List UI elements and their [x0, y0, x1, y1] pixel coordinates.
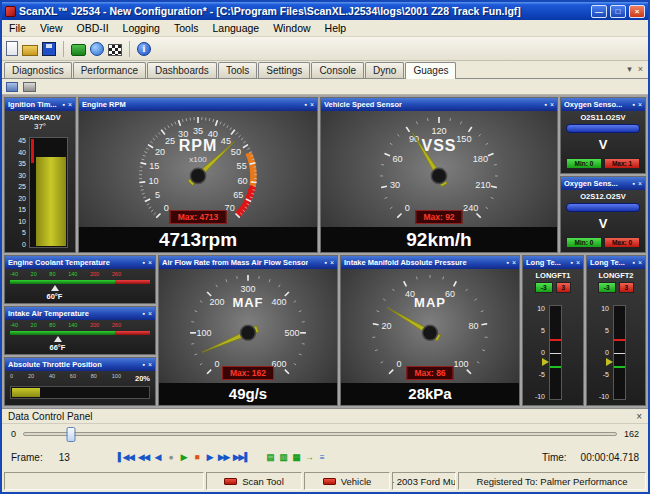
panel-close-icon[interactable]: × [550, 100, 554, 110]
menu-item-window[interactable]: Window [266, 21, 317, 35]
stop-button[interactable]: ■ [190, 450, 203, 465]
close-button[interactable]: × [629, 5, 645, 18]
panel-restore-icon[interactable]: ▪ [324, 258, 326, 268]
ignition-title-bar[interactable]: Ignition Tim... ▪× [5, 98, 75, 111]
slider-thumb[interactable] [67, 427, 76, 442]
new-file-icon[interactable] [6, 41, 18, 56]
dock-close-icon[interactable]: × [638, 64, 643, 74]
panel-close-icon[interactable]: × [330, 258, 334, 268]
max-readout: Max: 92 [415, 210, 462, 224]
panel-close-icon[interactable]: × [512, 258, 516, 268]
rpm-title-bar[interactable]: Engine RPM ▪× [79, 98, 317, 111]
o2s11-title-bar[interactable]: Oxygen Senso... ▪× [561, 98, 645, 111]
panel-close-icon[interactable]: × [148, 258, 152, 268]
panel-restore-icon[interactable]: ▪ [632, 100, 634, 110]
panel-restore-icon[interactable]: ▪ [570, 258, 572, 268]
tab-dyno[interactable]: Dyno [365, 62, 404, 78]
step-back-button[interactable]: ◀ [151, 450, 164, 465]
dcp-close-icon[interactable]: × [636, 411, 642, 422]
record-button[interactable]: ● [164, 450, 177, 465]
layout-icon[interactable] [6, 82, 18, 92]
fast-rewind-button[interactable]: ◀◀ [136, 450, 151, 465]
jump-start-button[interactable]: ▌◀◀ [116, 450, 136, 465]
panel-restore-icon[interactable]: ▪ [632, 258, 634, 268]
tab-diagnostics[interactable]: Diagnostics [4, 62, 72, 78]
menu-item-logging[interactable]: Logging [116, 21, 167, 35]
separator-1 [63, 41, 64, 57]
new-log-button[interactable]: ▤ [263, 450, 276, 465]
panel-coolant-temp: Engine Coolant Temperature ▪× -402080140… [4, 255, 156, 304]
panel-restore-icon[interactable]: ▪ [544, 100, 546, 110]
panel-close-icon[interactable]: × [68, 100, 72, 110]
panel-close-icon[interactable]: × [638, 258, 642, 268]
tick-label: 5 [593, 327, 609, 334]
minimize-button[interactable]: — [591, 5, 607, 18]
menu-item-tools[interactable]: Tools [167, 21, 206, 35]
step-forward-button[interactable]: ▶ [203, 450, 216, 465]
maximize-button[interactable]: □ [610, 5, 626, 18]
menu-item-file[interactable]: File [2, 21, 33, 35]
tab-settings[interactable]: Settings [258, 62, 310, 78]
coolant-title-bar[interactable]: Engine Coolant Temperature ▪× [5, 256, 155, 269]
panel-restore-icon[interactable]: ▪ [304, 100, 306, 110]
gauge-label: MAF [159, 295, 337, 310]
tick-label: -10 [593, 393, 609, 400]
panel-restore-icon[interactable]: ▪ [142, 309, 144, 319]
panel-restore-icon[interactable]: ▪ [142, 258, 144, 268]
tab-dashboards[interactable]: Dashboards [147, 62, 217, 78]
info-icon[interactable] [137, 42, 151, 56]
save-file-icon[interactable] [42, 42, 56, 56]
menu-item-language[interactable]: Language [205, 21, 266, 35]
separator-2 [129, 41, 130, 57]
play-button[interactable]: ▶ [177, 450, 190, 465]
log-list-button[interactable]: ≡ [315, 450, 328, 465]
tab-tools[interactable]: Tools [218, 62, 257, 78]
panel-close-icon[interactable]: × [148, 360, 152, 370]
open-log-button[interactable]: ▥ [276, 450, 289, 465]
title-bar[interactable]: ScanXL™ J2534 - New Configuration* - [C:… [2, 2, 648, 20]
flag-icon[interactable] [108, 44, 122, 56]
panel-vehicle-speed: Vehicle Speed Sensor ▪× 0306090120150180… [320, 97, 558, 253]
panel-restore-icon[interactable]: ▪ [62, 100, 64, 110]
save-log-button[interactable]: ▦ [289, 450, 302, 465]
panel-close-icon[interactable]: × [148, 309, 152, 319]
jump-end-button[interactable]: ▶▶▌ [231, 450, 251, 465]
longft2-title-bar[interactable]: Long Te... ▪× [587, 256, 645, 269]
longft1-title-bar[interactable]: Long Te... ▪× [523, 256, 583, 269]
tab-performance[interactable]: Performance [73, 62, 146, 78]
gauge-label: MAP [341, 295, 519, 310]
export-log-button[interactable]: → [302, 450, 315, 465]
tab-guages[interactable]: Guages [405, 62, 456, 79]
map-title-bar[interactable]: Intake Manifold Absolute Pressure ▪× [341, 256, 519, 269]
menu-item-help[interactable]: Help [318, 21, 354, 35]
panel-restore-icon[interactable]: ▪ [632, 179, 634, 189]
panel-close-icon[interactable]: × [638, 100, 642, 110]
dock-chevron-icon[interactable]: ▾ [627, 64, 632, 74]
panel-restore-icon[interactable]: ▪ [506, 258, 508, 268]
tick-label: 260 [112, 322, 121, 328]
panel-restore-icon[interactable]: ▪ [142, 360, 144, 370]
o2s12-title-bar[interactable]: Oxygen Sens... ▪× [561, 177, 645, 190]
panel-engine-rpm: Engine RPM ▪× 05101520253035404550556065… [78, 97, 318, 253]
connect-icon[interactable] [71, 44, 86, 56]
maf-title-bar[interactable]: Air Flow Rate from Mass Air Flow Sensor … [159, 256, 337, 269]
panel-close-icon[interactable]: × [638, 179, 642, 189]
fast-forward-button[interactable]: ▶▶ [216, 450, 231, 465]
tick-label: 0 [529, 349, 545, 356]
menu-item-view[interactable]: View [33, 21, 70, 35]
vss-title-bar[interactable]: Vehicle Speed Sensor ▪× [321, 98, 557, 111]
open-file-icon[interactable] [22, 45, 38, 56]
scale-green-zone [10, 280, 115, 284]
tab-console[interactable]: Console [311, 62, 364, 78]
frame-slider[interactable] [23, 432, 617, 436]
panel-map: Intake Manifold Absolute Pressure ▪× 020… [340, 255, 520, 406]
panel-close-icon[interactable]: × [576, 258, 580, 268]
iat-title-bar[interactable]: Intake Air Temperature ▪× [5, 307, 155, 320]
panel-close-icon[interactable]: × [310, 100, 314, 110]
scale-red-zone [115, 331, 150, 335]
globe-icon[interactable] [90, 42, 104, 56]
print-icon[interactable] [23, 82, 36, 92]
tps-title-bar[interactable]: Absolute Throttle Position ▪× [5, 358, 155, 371]
menu-item-obd-ii[interactable]: OBD-II [70, 21, 116, 35]
playback-controls: ▌◀◀◀◀◀●▶■▶▶▶▶▶▌▤▥▦→≡ [116, 450, 328, 465]
